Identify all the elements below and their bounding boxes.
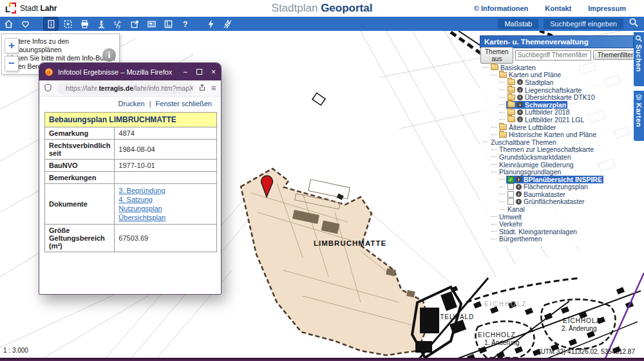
tab-suchen[interactable]: Suchen [634,32,644,86]
layer-checkbox[interactable] [507,198,514,205]
tree-item[interactable]: Städt. Kleingartenanlagen [481,228,632,236]
tree-item[interactable]: iLiegenschaftskarte [481,86,632,94]
maximize-icon[interactable] [196,69,202,75]
tree-item-label[interactable]: Umwelt [499,213,522,221]
legend-icon[interactable] [161,17,175,30]
shield-icon[interactable] [44,84,52,93]
tree-item[interactable]: iFlächennutzungsplan [481,183,632,191]
layer-info-icon[interactable]: i [517,102,523,107]
doc-link-uebersichtsplan[interactable]: Übersichtsplan [118,213,213,222]
layer-checkbox[interactable] [507,183,514,190]
tree-item[interactable]: Historische Karten und Pläne [481,131,632,138]
tree-item[interactable]: iÜbersichtskarte DTK10 [481,93,632,101]
tree-item-label[interactable]: Grundstücksmarktdaten [499,153,571,161]
layer-info-icon[interactable]: i [516,191,522,197]
tree-item-label[interactable]: Karten und Pläne [509,71,561,79]
tree-item-label[interactable]: Stadtplan [525,79,553,86]
search-input[interactable]: Suchbegriff eingeben [544,19,623,29]
tree-item[interactable]: iLuftbilder 2018 [481,109,632,116]
tree-item-label[interactable]: Ältere Luftbilder [509,124,556,131]
layer-info-icon[interactable]: i [516,184,522,190]
tree-item[interactable]: Grundstücksmarktdaten [481,153,632,161]
tree-item-label[interactable]: Schwarzplan [525,101,566,109]
tree-item-label[interactable]: Zuschaltbare Themen [491,138,556,146]
info-tool-icon[interactable] [44,17,58,30]
zoom-in-button[interactable]: + [5,38,19,53]
tree-item[interactable]: Verkehr [481,220,632,228]
layer-info-icon[interactable]: i [517,109,523,115]
tree-item-label[interactable]: Bürgerthemen [499,235,542,243]
tree-item[interactable]: Umwelt [481,213,632,221]
search-icon[interactable] [629,17,639,30]
layer-info-icon[interactable]: i [516,199,522,205]
link-kontakt[interactable]: Kontakt [545,5,571,12]
themen-aus-button[interactable]: Themen aus [480,47,513,64]
share-icon[interactable] [198,84,206,93]
popup-titlebar[interactable]: Infotool Ergebnisse – Mozilla Firefox − … [39,63,221,80]
link-informationen[interactable]: © Informationen [474,5,529,12]
bookmark-icon[interactable] [18,17,32,30]
tree-item-label[interactable]: Luftbilder 2021 LGL [525,116,584,124]
tree-item[interactable]: Kanal [481,205,632,213]
tree-item[interactable]: Zuschaltbare Themen [481,138,632,146]
layer-info-icon[interactable]: i [517,116,523,122]
doc-link-satzung[interactable]: 4. Satzung [118,195,213,204]
menu-icon[interactable]: ≡ [211,84,216,92]
themenfilter-button[interactable]: Themenfilter [593,50,638,60]
tab-karten[interactable]: Karten [634,91,644,141]
layer-info-icon[interactable]: i [517,79,523,85]
print-icon[interactable] [77,17,91,30]
close-icon[interactable]: × [211,68,216,76]
tree-item-label[interactable]: Basiskarten [500,64,536,71]
layer-info-icon[interactable]: i [516,176,522,182]
doc-link-begruendung[interactable]: 3. Begründung [118,186,213,195]
tree-item-label[interactable]: Planungsgrundlagen [499,168,561,176]
tree-item[interactable]: iGrünflächenkataster [481,198,632,206]
drucken-link[interactable]: Drucken [118,100,145,107]
flash-on-icon[interactable] [204,17,218,30]
tree-item[interactable]: Basiskarten [481,64,632,71]
tree-item[interactable]: Kleinräumige Gliederung [481,161,632,169]
flash-off-icon[interactable] [220,17,234,30]
export-map-icon[interactable] [128,17,142,30]
tree-item[interactable]: Planungsgrundlagen [481,168,632,176]
minimize-icon[interactable]: − [183,68,187,76]
fenster-schliessen-link[interactable]: Fenster schließen [156,100,212,107]
tree-item-label[interactable]: Liegenschaftskarte [525,86,582,94]
tree-item-label[interactable]: Verkehr [499,220,522,228]
help-icon[interactable]: ? [178,17,192,30]
tree-item-label[interactable]: Historische Karten und Pläne [509,131,596,138]
layer-checkbox[interactable] [507,191,514,198]
layer-info-icon[interactable]: i [517,95,523,100]
tree-item-label[interactable]: Kleinräumige Gliederung [499,161,574,169]
zoom-out-button[interactable]: − [5,56,19,71]
tree-item-label[interactable]: Kanal [507,205,525,213]
layer-info-icon[interactable]: i [517,87,523,93]
tree-item-label[interactable]: Flächennutzungsplan [524,183,588,190]
tree-item[interactable]: iLuftbilder 2021 LGL [481,116,632,124]
tree-item[interactable]: iBaumkataster [481,190,632,198]
tree-item-label[interactable]: Baumkataster [524,190,565,198]
tree-item[interactable]: Bürgerthemen [481,236,632,243]
tree-item[interactable]: iSchwarzplan [481,101,632,109]
coordinates-icon[interactable]: xy [111,17,125,30]
link-impressum[interactable]: Impressum [588,5,626,12]
tree-item-label[interactable]: Themen zur Liegenschaftskarte [499,145,594,153]
tree-item[interactable]: Themen zur Liegenschaftskarte [481,146,632,154]
home-icon[interactable] [1,17,15,30]
layer-checkbox[interactable]: ✓ [507,176,514,183]
doc-link-nutzungsplan[interactable]: Nutzungsplan [118,204,213,213]
tree-item[interactable]: iStadtplan [481,79,632,86]
tree-item[interactable]: Ältere Luftbilder [481,124,632,131]
url-field[interactable]: https://lahr.terragis.de/lahr/info.htm?m… [57,82,193,95]
tree-item-label[interactable]: Grünflächenkataster [524,198,585,205]
tree-item-label[interactable]: Luftbilder 2018 [525,108,569,116]
tree-item[interactable]: Karten und Pläne [481,71,632,79]
overview-map-icon[interactable] [144,17,158,30]
streetview-icon[interactable] [94,17,108,30]
massstab-button[interactable]: Maßstab [498,19,538,29]
select-area-icon[interactable] [61,17,75,30]
themenfilter-input[interactable] [515,50,591,60]
tree-item-label[interactable]: Städt. Kleingartenanlagen [499,228,577,236]
tree-item[interactable]: ✓iBPlanübersicht INSPIRE [481,176,632,183]
